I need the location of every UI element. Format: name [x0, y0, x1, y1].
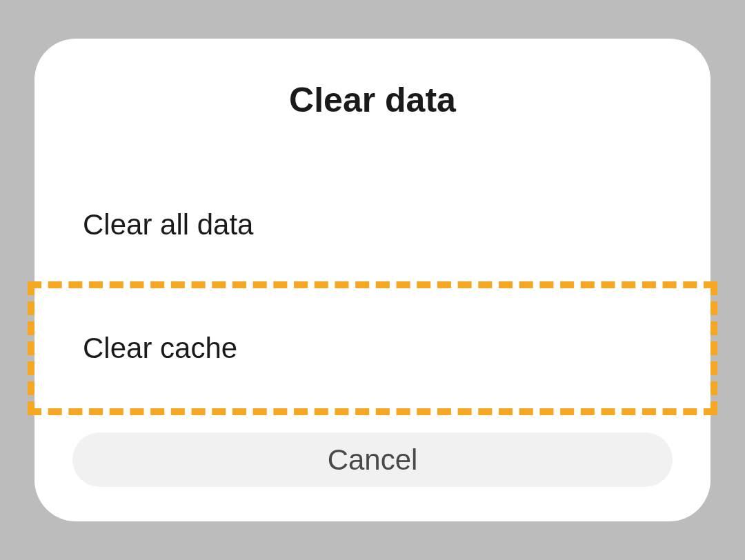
dialog-title: Clear data [34, 80, 711, 120]
option-label: Clear all data [83, 208, 253, 241]
cancel-label: Cancel [328, 443, 418, 477]
options-list: Clear all data Clear cache [34, 182, 711, 391]
clear-data-dialog: Clear data Clear all data Clear cache Ca… [34, 39, 711, 521]
option-label: Clear cache [83, 332, 237, 364]
cancel-button[interactable]: Cancel [72, 432, 673, 487]
clear-all-data-option[interactable]: Clear all data [34, 182, 711, 268]
clear-cache-option[interactable]: Clear cache [34, 306, 711, 391]
